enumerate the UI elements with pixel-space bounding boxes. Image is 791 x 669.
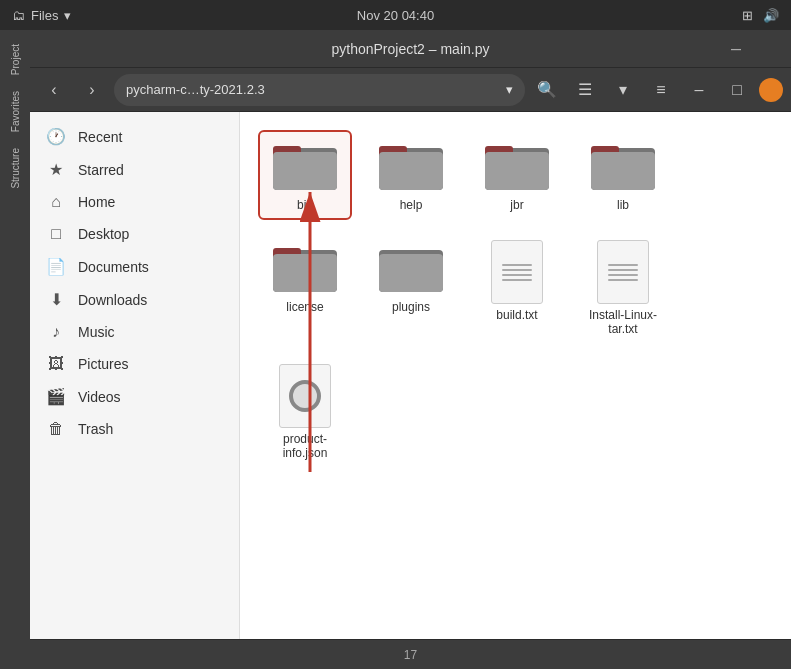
sidebar-label-recent: Recent — [78, 129, 122, 145]
location-bar[interactable]: pycharm-c…ty-2021.2.3 ▾ — [114, 74, 525, 106]
file-item-bin[interactable]: bin — [260, 132, 350, 218]
videos-icon: 🎬 — [46, 387, 66, 406]
sidebar-label-home: Home — [78, 194, 115, 210]
sidebar-label-trash: Trash — [78, 421, 113, 437]
sidebar-item-pictures[interactable]: 🖼 Pictures — [30, 348, 239, 380]
location-dropdown-icon[interactable]: ▾ — [506, 82, 513, 97]
sidebar-item-home[interactable]: ⌂ Home — [30, 186, 239, 218]
file-item-build-txt[interactable]: build.txt — [472, 234, 562, 342]
file-item-install-txt[interactable]: Install-Linux-tar.txt — [578, 234, 668, 342]
line1 — [502, 264, 532, 266]
volume-icon: 🔊 — [763, 8, 779, 23]
system-bar-datetime: Nov 20 04:40 — [357, 8, 434, 23]
window-maximize-button[interactable]: □ — [721, 74, 753, 106]
sidebar-label-downloads: Downloads — [78, 292, 147, 308]
view-dropdown-button[interactable]: ▾ — [607, 74, 639, 106]
files-titlebar: pythonProject2 – main.py – — [30, 30, 791, 68]
file-label-license: license — [286, 300, 323, 314]
files-window: pythonProject2 – main.py – ‹ › pycharm-c… — [30, 30, 791, 669]
svg-rect-14 — [273, 254, 337, 292]
ide-panel-favorites[interactable]: Favorites — [8, 85, 23, 138]
file-item-jbr[interactable]: jbr — [472, 132, 562, 218]
app-label[interactable]: Files — [31, 8, 58, 23]
line3 — [502, 274, 532, 276]
recent-icon: 🕐 — [46, 127, 66, 146]
text-file-icon-install — [597, 240, 649, 304]
json-file-icon — [279, 364, 331, 428]
svg-rect-5 — [379, 152, 443, 190]
file-item-lib[interactable]: lib — [578, 132, 668, 218]
documents-icon: 📄 — [46, 257, 66, 276]
files-toolbar: ‹ › pycharm-c…ty-2021.2.3 ▾ 🔍 ☰ ▾ ≡ – □ — [30, 68, 791, 112]
system-bar-right: ⊞ 🔊 — [742, 8, 779, 23]
line2 — [502, 269, 532, 271]
menu-button[interactable]: ≡ — [645, 74, 677, 106]
folder-icon-small: 🗂 — [12, 8, 25, 23]
gear-icon — [289, 380, 321, 412]
list-view-button[interactable]: ☰ — [569, 74, 601, 106]
forward-button[interactable]: › — [76, 74, 108, 106]
ide-panel-project[interactable]: Project — [8, 38, 23, 81]
outer-wrapper: Project Favorites Structure pythonProjec… — [0, 30, 791, 669]
sidebar-item-music[interactable]: ♪ Music — [30, 316, 239, 348]
file-item-product-json[interactable]: product-info.json — [260, 358, 350, 466]
main-layout: 🕐 Recent ★ Starred ⌂ Home □ Desktop 📄 — [30, 112, 791, 639]
sidebar-item-desktop[interactable]: □ Desktop — [30, 218, 239, 250]
file-area: bin help — [240, 112, 791, 639]
sidebar-label-videos: Videos — [78, 389, 121, 405]
folder-icon-license — [273, 240, 337, 296]
svg-rect-11 — [591, 152, 655, 190]
minimize-button[interactable]: – — [731, 38, 741, 59]
svg-rect-8 — [485, 152, 549, 190]
user-avatar[interactable] — [759, 78, 783, 102]
file-label-build-txt: build.txt — [496, 308, 537, 322]
line3 — [608, 274, 638, 276]
line1 — [608, 264, 638, 266]
system-bar: 🗂 Files ▾ Nov 20 04:40 ⊞ 🔊 — [0, 0, 791, 30]
file-label-plugins: plugins — [392, 300, 430, 314]
page-number: 17 — [404, 648, 417, 662]
bottom-bar: 17 — [30, 639, 791, 669]
trash-icon: 🗑 — [46, 420, 66, 438]
ide-left-panel: Project Favorites Structure — [0, 30, 30, 669]
window-minimize-button[interactable]: – — [683, 74, 715, 106]
window-title: pythonProject2 – main.py — [332, 41, 490, 57]
sidebar-item-starred[interactable]: ★ Starred — [30, 153, 239, 186]
app-dropdown-icon[interactable]: ▾ — [64, 8, 71, 23]
downloads-icon: ⬇ — [46, 290, 66, 309]
location-text: pycharm-c…ty-2021.2.3 — [126, 82, 265, 97]
line4 — [608, 279, 638, 281]
desktop-icon: □ — [46, 225, 66, 243]
svg-rect-2 — [273, 152, 337, 190]
system-bar-left: 🗂 Files ▾ — [12, 8, 71, 23]
file-grid: bin help — [260, 132, 771, 466]
file-label-install-txt: Install-Linux-tar.txt — [584, 308, 662, 336]
file-label-lib: lib — [617, 198, 629, 212]
sidebar-item-downloads[interactable]: ⬇ Downloads — [30, 283, 239, 316]
ide-panel-structure[interactable]: Structure — [8, 142, 23, 195]
file-label-help: help — [400, 198, 423, 212]
line4 — [502, 279, 532, 281]
sidebar-label-documents: Documents — [78, 259, 149, 275]
network-icon: ⊞ — [742, 8, 753, 23]
search-button[interactable]: 🔍 — [531, 74, 563, 106]
folder-icon-help — [379, 138, 443, 194]
file-label-bin: bin — [297, 198, 313, 212]
file-item-help[interactable]: help — [366, 132, 456, 218]
sidebar: 🕐 Recent ★ Starred ⌂ Home □ Desktop 📄 — [30, 112, 240, 639]
text-file-icon-build — [491, 240, 543, 304]
svg-rect-16 — [379, 254, 443, 292]
file-item-plugins[interactable]: plugins — [366, 234, 456, 342]
file-item-license[interactable]: license — [260, 234, 350, 342]
sidebar-item-videos[interactable]: 🎬 Videos — [30, 380, 239, 413]
folder-icon-lib — [591, 138, 655, 194]
file-label-jbr: jbr — [510, 198, 523, 212]
file-label-product-json: product-info.json — [266, 432, 344, 460]
line2 — [608, 269, 638, 271]
sidebar-item-recent[interactable]: 🕐 Recent — [30, 120, 239, 153]
back-button[interactable]: ‹ — [38, 74, 70, 106]
sidebar-item-documents[interactable]: 📄 Documents — [30, 250, 239, 283]
starred-icon: ★ — [46, 160, 66, 179]
sidebar-label-pictures: Pictures — [78, 356, 129, 372]
sidebar-item-trash[interactable]: 🗑 Trash — [30, 413, 239, 445]
